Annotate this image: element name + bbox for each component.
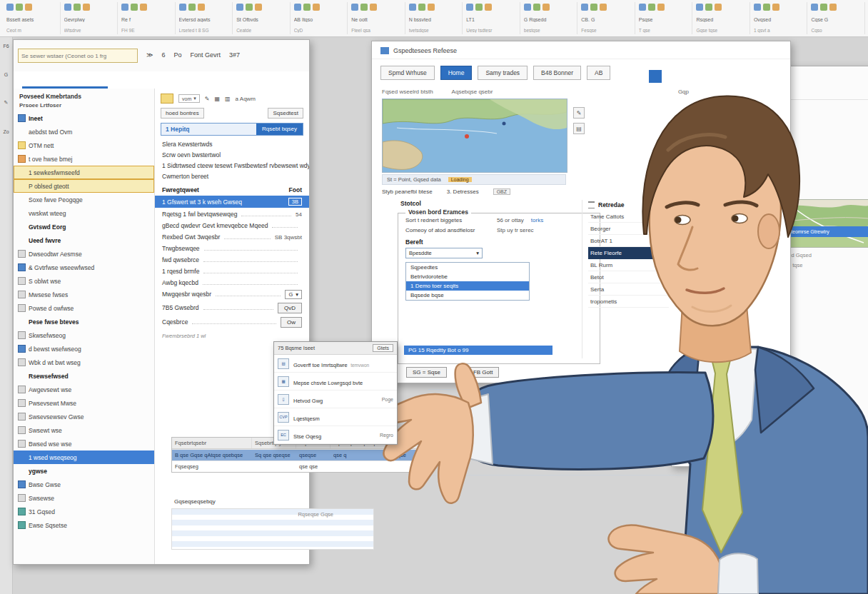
nav-item[interactable]: 1 sewkesfwmseefd [14,166,154,179]
close-button[interactable]: Gtets [373,344,393,352]
nav-item[interactable]: Bwse Gwse [14,478,154,491]
ribbon-group[interactable]: St Ofbvds Ceatde [233,2,291,34]
right-list-item[interactable]: Beorger [588,223,669,235]
toolbar-glyph-icon[interactable]: Font Gevrt [190,51,221,59]
nav-item[interactable]: Awgevsewt wse [14,383,154,396]
nav-item[interactable]: Swsevsewsev Gwse [14,410,154,423]
toolbar-glyph-icon[interactable]: 6 [161,51,165,59]
right-list-item[interactable]: Rete Fleorfe [588,247,669,259]
search-input[interactable] [18,49,138,63]
rail-icon[interactable]: Zo [1,126,12,136]
leader-row[interactable]: fwd qwsebrce [155,253,309,265]
nav-item[interactable]: & Gvtrfwse wseewfwsed [14,261,154,274]
nav-item[interactable]: Dwseodtwr Aesmse [14,247,154,261]
nav-item[interactable]: Ewse Sqsetse [14,518,154,532]
nav-item[interactable]: 1 wsed wseqseog [14,450,154,464]
selected-style-row[interactable]: 1 Gfswert wt 3 k wseh Gwseq 3B [155,196,309,208]
nav-item[interactable]: Rsewsefwsed [14,369,154,383]
ow-button[interactable]: Ow [281,317,302,328]
group-row-extra[interactable]: torks [531,217,543,223]
mini-dropdown[interactable]: vom ▾ [178,94,200,103]
ribbon-group[interactable]: G Rqsedd bestqse [520,2,578,34]
nav-item[interactable]: Wbk d wt bwt wseg [14,356,154,369]
nav-item[interactable]: Bwsed wse wse [14,437,154,450]
leader-row[interactable]: Awbg kqecbd [155,276,309,288]
toolbar-glyph-icon[interactable]: Po [173,51,181,59]
nav-item[interactable]: Mwsese fwses [14,288,154,301]
table-row[interactable]: Fqseqseg qse qse [172,460,426,472]
nav-item[interactable]: Swsewt wse [14,423,154,437]
grid-icon[interactable]: ▦ [214,96,220,102]
nav-item[interactable]: ygwse [14,464,154,478]
leader-row[interactable]: Rexbed Gwt 3wqesbr SB 3qwsbt [155,231,309,242]
nav-item[interactable]: Pese fwse bteves [14,315,154,328]
nav-item[interactable]: Ueed fwvre [14,233,154,247]
toolbar-glyph-icon[interactable]: 3#7 [229,51,240,59]
nav-item[interactable]: vwskwt wteeg [14,206,154,220]
rail-icon[interactable]: F6 [1,41,12,51]
pencil-icon[interactable]: ✎ [205,96,210,102]
right-list-item[interactable]: Tame Cattots [588,211,669,223]
leader-row[interactable]: Rqetsg 1 fwl bevtqwsewqeg 54 [155,208,309,219]
ribbon-group[interactable]: Psqse T qse [635,2,693,34]
form-chip-right[interactable]: Sqsedtest [268,108,303,119]
listbox-item[interactable]: 1 Demo toer seqits [406,281,529,291]
map-tool-icon[interactable]: ▤ [573,123,585,134]
dialog-toolbar-button[interactable]: Home [440,66,473,80]
right-list-item[interactable]: Betot [588,271,669,283]
nav-item[interactable]: aebdst twd Ovm [14,125,154,139]
context-menu-item[interactable]: EC Stse Oqesg Regro [274,426,397,444]
ribbon-group[interactable]: LT1 Uesy tsdtesr [463,2,520,34]
listbox-item[interactable]: Sqpeedtes [406,263,529,272]
dialog-accent-icon[interactable] [649,70,662,83]
listbox-item[interactable]: Betrivdorotebe [406,272,529,281]
ribbon-group[interactable]: CB. G Fesqse [577,2,635,34]
ribbon-group[interactable]: Re f FH 9E [118,2,176,34]
right-list-item[interactable]: Serta [588,283,669,296]
nav-item[interactable]: 31 Gqsed [14,505,154,518]
dialog-button[interactable]: FB Gott [467,367,500,378]
map-tool-icon[interactable]: ✎ [573,107,585,119]
right-list-item[interactable]: BL Rurm [588,259,669,271]
nav-item[interactable]: Swsewse [14,491,154,505]
ribbon-group[interactable]: Bssett asets Ceot m [3,2,61,34]
dialog-toolbar-button[interactable]: B48 Bonner [533,66,581,80]
nav-item[interactable]: OTM nett [14,139,154,152]
dialog-toolbar-button[interactable]: Samy trades [478,66,528,80]
qvd-button[interactable]: QvD [278,303,302,313]
table-row[interactable]: B qse Gqse qAtqse qsebqse Sq qse qseqse … [172,449,426,460]
map-thumbnail[interactable] [779,199,868,248]
table-icon[interactable]: ▥ [225,96,231,102]
nav-item[interactable]: Skwsefwseog [14,328,154,342]
leader-row[interactable]: 1 rqesd brmfe [155,265,309,276]
form-chip-left[interactable]: hoed bontres [161,108,204,119]
dialog-toolbar-button[interactable]: Spmd Wrhuse [380,66,435,80]
nav-item[interactable]: Soxe fwve Peogqge [14,193,154,206]
ribbon-group[interactable]: Ovqsed 1 qsvt a [750,2,808,34]
dropdown-box[interactable]: G ▾ [285,290,302,299]
table-column-header[interactable]: Fqsebrtqsebr [172,438,252,448]
nav-item[interactable]: Pwsevsewt Mwse [14,396,154,410]
rail-icon[interactable]: ✎ [1,98,12,108]
color-swatch[interactable] [161,94,173,104]
nav-item[interactable]: Gvtswd Eorg [14,220,154,233]
style-combobox[interactable]: Bpesddte ▾ [405,248,483,258]
dialog-titlebar[interactable]: Gspedtesees Refeese [372,41,790,59]
nav-item[interactable]: S oblwt wse [14,274,154,288]
ribbon-group[interactable]: Evtersd aqwts Lrseted t 8 SG [176,2,233,34]
ribbon-group[interactable]: N bssvted tvetsdqse [405,2,463,34]
dialog-button[interactable]: SG = Sqse [406,367,447,378]
map-preview[interactable] [382,99,567,173]
rail-icon[interactable]: G [1,69,12,79]
dialog-toolbar-button[interactable]: AB [587,66,610,80]
heading-banner-badge[interactable]: Rqsebt bqsey [256,124,303,135]
nav-item[interactable]: Powse d owfwse [14,301,154,315]
map-thumbnail-banner[interactable]: Rteomrse Gtrewtry [784,226,868,237]
nav-item[interactable]: Ineet [14,111,154,125]
context-menu-item[interactable]: ▯ Hetvod Gwg Poge [274,391,397,408]
nav-item[interactable]: d bewst wsefwseog [14,342,154,356]
right-list-item[interactable]: tropometis [588,296,669,308]
context-menu-item[interactable]: CVP Lqestqesm [274,408,397,426]
context-menu-item[interactable]: ▦ Mepse chsvte Lowrgsqd bvte [274,373,397,391]
ribbon-group[interactable]: Rsqsed Gqse tqse [692,2,750,34]
